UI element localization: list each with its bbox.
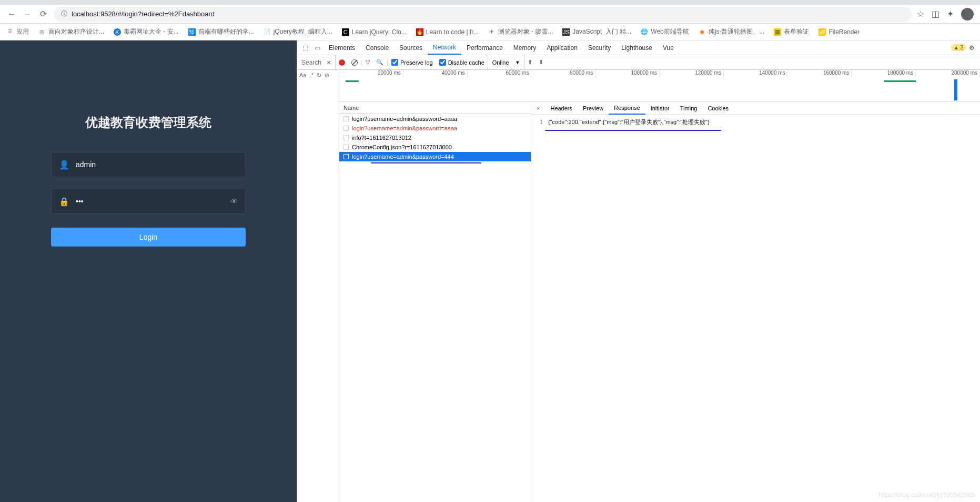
main-area: 优越教育收费管理系统 👤 🔒 👁 Login ⬚ ▭ Elements Cons…: [0, 40, 980, 502]
file-icon: [343, 116, 349, 121]
bookmark-form[interactable]: ▦表单验证: [774, 27, 809, 36]
clear-button[interactable]: [348, 59, 361, 66]
bookmark-jquery[interactable]: 📄jQuery教程_编程入...: [264, 27, 332, 36]
login-button[interactable]: Login: [51, 228, 246, 247]
tick: 80000 ms: [531, 70, 595, 78]
devtools-body: Aa .* ↻ ⊘ 20000 ms 40000 ms 60000 ms 800…: [297, 70, 980, 502]
file-icon: [343, 145, 349, 150]
tab-memory[interactable]: Memory: [508, 40, 541, 55]
tab-sources[interactable]: Sources: [394, 40, 428, 55]
read-icon[interactable]: ◫: [932, 9, 939, 19]
download-icon[interactable]: ⬇: [536, 59, 547, 66]
file-icon: [343, 126, 349, 131]
bookmark-zhihu[interactable]: 知前端有哪些好的学...: [188, 27, 254, 36]
reload-button[interactable]: ⟳: [38, 9, 48, 19]
tick: 160000 ms: [788, 70, 852, 78]
close-icon[interactable]: ×: [531, 105, 545, 111]
tab-performance[interactable]: Performance: [461, 40, 508, 55]
bookmark-filerender[interactable]: 📁FileRender: [819, 28, 860, 36]
devtools-tabs: ⬚ ▭ Elements Console Sources Network Per…: [297, 40, 980, 55]
browser-tabs: [0, 0, 980, 5]
login-title: 优越教育收费管理系统: [85, 114, 211, 131]
tick: 120000 ms: [660, 70, 724, 78]
detail-tab-headers[interactable]: Headers: [545, 101, 578, 115]
bookmark-apps[interactable]: ⠿应用: [6, 27, 29, 36]
device-icon[interactable]: ▭: [311, 44, 324, 52]
tab-lighthouse[interactable]: Lighthouse: [616, 40, 658, 55]
bookmark-js[interactable]: JSJavaScript_入门 精...: [562, 27, 631, 36]
eye-icon[interactable]: 👁: [230, 197, 238, 206]
devtools-right: 20000 ms 40000 ms 60000 ms 80000 ms 1000…: [339, 70, 980, 502]
regex-toggle[interactable]: .*: [309, 72, 313, 78]
disable-cache-check[interactable]: Disable cache: [436, 59, 488, 66]
record-button[interactable]: [336, 59, 348, 66]
tick: 180000 ms: [852, 70, 916, 78]
forward-button[interactable]: →: [22, 9, 33, 19]
timeline[interactable]: 20000 ms 40000 ms 60000 ms 80000 ms 1000…: [339, 70, 980, 101]
search-icon[interactable]: 🔍: [373, 59, 387, 66]
bookmark-oop[interactable]: ◎面向对象程序设计...: [38, 27, 104, 36]
watermark: https://blog.csdn.net/lj1530562965: [878, 491, 975, 499]
detail-tab-cookies[interactable]: Cookies: [702, 101, 734, 115]
inspect-icon[interactable]: ⬚: [299, 44, 311, 52]
tab-network[interactable]: Network: [428, 40, 461, 55]
tab-elements[interactable]: Elements: [324, 40, 360, 55]
annotation-underline: [371, 162, 481, 163]
filter-icon[interactable]: ▽: [362, 59, 373, 66]
request-row[interactable]: login?username=admin&password=aaaa: [339, 124, 531, 133]
requests-header[interactable]: Name: [339, 101, 531, 114]
login-form: 👤 🔒 👁 Login: [51, 152, 246, 247]
search-panel: Aa .* ↻ ⊘: [297, 70, 339, 502]
request-row[interactable]: login?username=admin&password=444: [339, 152, 531, 161]
request-row[interactable]: info?t=1611627013012: [339, 133, 531, 142]
file-icon: [343, 135, 349, 140]
username-input[interactable]: [76, 160, 238, 169]
url-text: localhost:9528/#/login?redirect=%2Fdashb…: [72, 10, 215, 18]
bookmark-liao[interactable]: ✈浏览器对象 - 廖雪...: [488, 27, 553, 36]
file-icon: [343, 154, 349, 159]
clear-search-icon[interactable]: ⊘: [325, 72, 329, 79]
search-close-icon[interactable]: ×: [327, 58, 331, 67]
bookmark-freecodecamp[interactable]: 🔥Learn to code | fr...: [416, 28, 479, 36]
network-split: Name login?username=admin&password=aaaa …: [339, 101, 980, 502]
response-text: {"code":200,"extend":{"msg":"用户登录失败"},"m…: [548, 119, 710, 125]
refresh-search-icon[interactable]: ↻: [317, 72, 321, 79]
back-button[interactable]: ←: [6, 9, 17, 19]
request-row[interactable]: ChromeConfig.json?r=1611627013000: [339, 142, 531, 152]
address-bar[interactable]: ⓘ localhost:9528/#/login?redirect=%2Fdas…: [54, 7, 912, 22]
profile-icon[interactable]: [961, 8, 974, 21]
upload-icon[interactable]: ⬆: [524, 59, 536, 66]
detail-tab-initiator[interactable]: Initiator: [645, 101, 675, 115]
search-box: ×: [297, 55, 336, 69]
tick: 60000 ms: [468, 70, 532, 78]
lock-icon: 🔒: [59, 197, 69, 207]
detail-tab-timing[interactable]: Timing: [675, 101, 703, 115]
gear-icon[interactable]: ⚙: [969, 44, 975, 52]
throttle-select[interactable]: Online▼: [488, 55, 525, 69]
detail-tab-response[interactable]: Response: [609, 101, 645, 115]
bookmark-carousel[interactable]: ◉纯js-普通轮播图、...: [699, 27, 765, 36]
annotation-underline: [545, 130, 721, 131]
tab-console[interactable]: Console: [360, 40, 394, 55]
tab-security[interactable]: Security: [583, 40, 616, 55]
preserve-log-check[interactable]: Preserve log: [388, 59, 436, 66]
detail-tab-preview[interactable]: Preview: [578, 101, 609, 115]
bookmark-webnav[interactable]: 🌐Web前端导航: [641, 27, 689, 36]
bookmark-learnjq[interactable]: CLearn jQuery: Clo...: [342, 28, 407, 36]
browser-nav: ← → ⟳ ⓘ localhost:9528/#/login?redirect=…: [0, 5, 980, 24]
requests-panel: Name login?username=admin&password=aaaa …: [339, 101, 531, 502]
request-row[interactable]: login?username=admin&password=aaaa: [339, 114, 531, 124]
match-case-toggle[interactable]: Aa: [299, 72, 306, 78]
tab-vue[interactable]: Vue: [658, 40, 679, 55]
search-input[interactable]: [301, 59, 322, 66]
extensions-icon[interactable]: ✦: [947, 9, 954, 19]
response-body[interactable]: 1{"code":200,"extend":{"msg":"用户登录失败"},"…: [531, 115, 980, 502]
password-input[interactable]: [76, 197, 224, 206]
tick: 100000 ms: [595, 70, 660, 78]
bookmark-duba[interactable]: K毒霸网址大全 - 安...: [114, 27, 179, 36]
login-page: 优越教育收费管理系统 👤 🔒 👁 Login: [0, 40, 297, 502]
tab-application[interactable]: Application: [541, 40, 583, 55]
warning-badge[interactable]: ▲ 2: [951, 44, 966, 51]
bookmarks-bar: ⠿应用 ◎面向对象程序设计... K毒霸网址大全 - 安... 知前端有哪些好的…: [0, 24, 980, 40]
star-icon[interactable]: ☆: [917, 9, 924, 19]
